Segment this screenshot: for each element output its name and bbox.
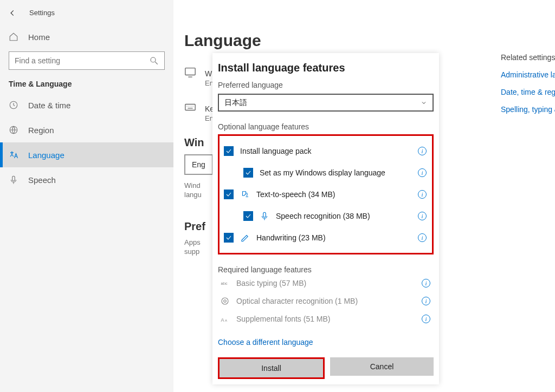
cancel-button[interactable]: Cancel <box>330 357 434 376</box>
sidebar-item-region[interactable]: Region <box>0 117 173 142</box>
required-fonts: AA Supplemental fonts (51 MB) i <box>218 310 434 328</box>
search-input[interactable] <box>15 56 145 65</box>
language-icon <box>9 150 18 160</box>
install-language-dialog: Install language features Preferred lang… <box>212 53 439 384</box>
svg-text:A: A <box>221 317 224 323</box>
svg-rect-3 <box>12 176 15 181</box>
info-icon[interactable]: i <box>418 212 427 220</box>
info-icon[interactable]: i <box>418 190 427 199</box>
svg-rect-6 <box>263 213 266 218</box>
mic-icon <box>9 175 18 185</box>
back-icon[interactable] <box>9 9 16 17</box>
display-language-dropdown[interactable]: Eng <box>184 154 213 175</box>
related-heading: Related settings <box>501 53 555 62</box>
info-icon[interactable]: i <box>418 147 427 155</box>
sidebar-item-label: Speech <box>28 175 56 185</box>
sidebar-item-speech[interactable]: Speech <box>0 167 173 192</box>
choose-different-language-link[interactable]: Choose a different language <box>218 338 434 347</box>
feature-tts: Text-to-speech (34 MB) i <box>222 184 430 205</box>
sidebar-item-label: Language <box>28 151 64 160</box>
required-basic-typing: abc Basic typing (57 MB) i <box>218 274 434 292</box>
feature-label: Handwriting (23 MB) <box>256 233 411 242</box>
feature-language-pack: Install language pack i <box>222 140 430 162</box>
mic-icon <box>260 211 269 221</box>
svg-text:A: A <box>225 319 227 322</box>
related-link-datetime[interactable]: Date, time & regional formatting <box>501 88 555 96</box>
sidebar-home-label: Home <box>28 32 50 42</box>
display-language-value: Eng <box>192 160 205 169</box>
checkbox-speech[interactable] <box>243 211 253 221</box>
language-select-value: 日本語 <box>224 98 247 108</box>
svg-text:abc: abc <box>221 281 228 286</box>
sidebar-item-label: Date & time <box>28 101 70 110</box>
feature-label: Speech recognition (38 MB) <box>276 212 411 220</box>
dialog-buttons: Install Cancel <box>218 357 434 379</box>
checkbox-display-language[interactable] <box>243 168 253 178</box>
ocr-icon <box>220 296 230 306</box>
feature-display-language: Set as my Windows display language i <box>222 162 430 184</box>
feature-label: Set as my Windows display language <box>260 168 411 177</box>
feature-label: Text-to-speech (34 MB) <box>256 190 411 199</box>
svg-rect-5 <box>185 104 195 110</box>
pen-icon <box>240 233 250 243</box>
install-button-highlight: Install <box>218 357 325 379</box>
globe-icon <box>9 125 18 135</box>
checkbox-tts[interactable] <box>224 190 234 199</box>
sidebar-header: Settings <box>0 6 173 27</box>
keyboard-icon <box>184 101 196 113</box>
install-button[interactable]: Install <box>220 359 323 377</box>
sidebar-item-datetime[interactable]: Date & time <box>0 93 173 117</box>
svg-point-0 <box>151 57 156 62</box>
font-icon: AA <box>220 314 230 324</box>
feature-speech-recognition: Speech recognition (38 MB) i <box>222 205 430 227</box>
svg-point-8 <box>222 298 228 304</box>
related-link-admin[interactable]: Administrative language settings <box>501 70 555 79</box>
clock-icon <box>9 100 18 110</box>
feature-handwriting: Handwriting (23 MB) i <box>222 227 430 249</box>
feature-label: Install language pack <box>240 147 411 155</box>
optional-features-label: Optional language features <box>218 122 434 131</box>
required-features-label: Required language features <box>218 265 434 274</box>
sidebar-item-label: Region <box>28 126 54 135</box>
page-title: Language <box>184 31 555 50</box>
tts-icon <box>240 190 250 199</box>
home-icon <box>9 32 18 42</box>
checkbox-handwriting[interactable] <box>224 233 234 243</box>
settings-title: Settings <box>29 9 55 17</box>
related-links: Related settings Administrative language… <box>501 53 555 114</box>
required-label: Basic typing (57 MB) <box>236 279 415 288</box>
sidebar: Settings Home Time & Language Date & tim… <box>0 0 173 392</box>
abc-icon: abc <box>220 278 230 288</box>
checkbox-language-pack[interactable] <box>224 146 234 156</box>
sidebar-home[interactable]: Home <box>0 27 173 47</box>
sidebar-search[interactable] <box>9 51 165 70</box>
required-ocr: Optical character recognition (1 MB) i <box>218 292 434 310</box>
info-icon[interactable]: i <box>418 233 427 242</box>
chevron-down-icon <box>421 100 427 106</box>
required-label: Supplemental fonts (51 MB) <box>236 315 415 323</box>
info-icon[interactable]: i <box>422 297 430 305</box>
dialog-title: Install language features <box>218 62 434 74</box>
svg-point-9 <box>224 300 227 303</box>
related-link-spelling[interactable]: Spelling, typing & keyboard settings <box>501 105 555 114</box>
sidebar-group-title: Time & Language <box>0 77 173 93</box>
info-icon[interactable]: i <box>418 168 427 177</box>
display-icon <box>184 66 196 78</box>
optional-features-box: Install language pack i Set as my Window… <box>218 134 434 254</box>
search-icon <box>149 56 159 66</box>
svg-rect-4 <box>185 68 195 75</box>
info-icon[interactable]: i <box>422 315 430 323</box>
language-select[interactable]: 日本語 <box>218 94 434 112</box>
info-icon[interactable]: i <box>422 279 430 288</box>
required-label: Optical character recognition (1 MB) <box>236 297 415 305</box>
sidebar-item-language[interactable]: Language <box>0 142 173 167</box>
preferred-language-label: Preferred language <box>218 81 434 89</box>
